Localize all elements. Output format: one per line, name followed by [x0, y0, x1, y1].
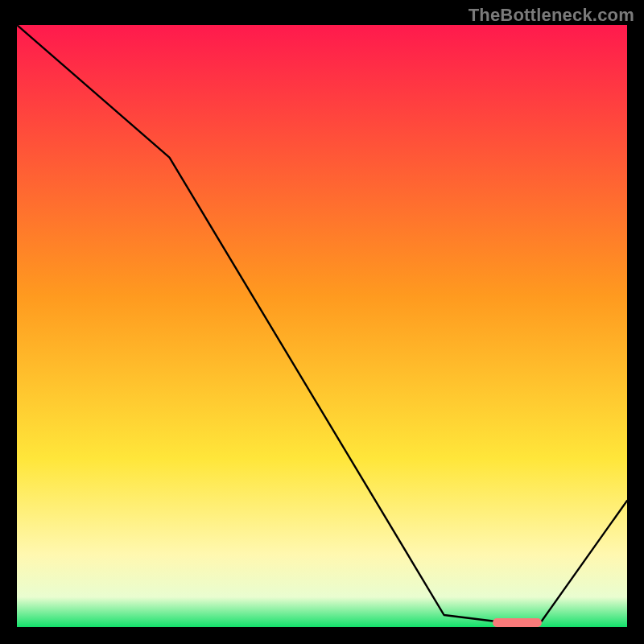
chart-svg: [17, 25, 627, 627]
watermark-text: TheBottleneck.com: [469, 5, 634, 26]
gradient-background: [17, 25, 627, 627]
plot-area: [17, 25, 627, 627]
optimal-range-marker: [493, 618, 542, 627]
chart-stage: TheBottleneck.com: [0, 0, 644, 644]
